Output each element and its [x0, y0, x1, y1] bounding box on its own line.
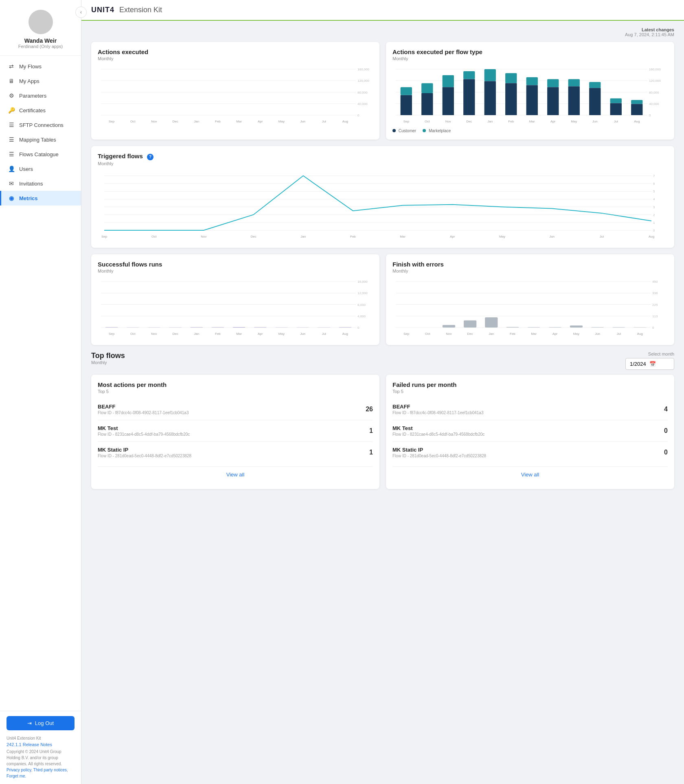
- actions-executed-title: Actions executed: [98, 48, 373, 55]
- sidebar-item-flows-catalogue[interactable]: ☰ Flows Catalogue: [0, 147, 81, 162]
- logout-button[interactable]: ⇥ Log Out: [7, 716, 75, 730]
- most-actions-view-all[interactable]: View all: [98, 466, 373, 483]
- svg-text:Nov: Nov: [151, 120, 157, 123]
- svg-text:May: May: [573, 332, 579, 336]
- sidebar-item-label: Flows Catalogue: [19, 151, 59, 157]
- marketplace-legend: Marketplace: [423, 129, 451, 133]
- svg-text:Jan: Jan: [489, 332, 494, 336]
- svg-rect-70: [610, 103, 622, 115]
- svg-text:Jan: Jan: [487, 120, 493, 123]
- failed-runs-card: Failed runs per month Top 5 BEAFF Flow I…: [386, 375, 674, 489]
- chart-row-1: Actions executed Monthly SepOctNovDecJan…: [91, 42, 674, 140]
- flow-count: 4: [664, 406, 668, 413]
- finish-with-errors-card: Finish with errors Monthly SepOctNovDecJ…: [386, 254, 674, 345]
- sidebar-collapse-button[interactable]: ‹: [75, 7, 87, 18]
- top-flows-subtitle: Monthly: [91, 360, 125, 365]
- apps-icon: 🖥: [8, 77, 15, 85]
- main-content: UNIT4 Extension Kit Latest changes Aug 7…: [81, 0, 684, 784]
- select-month-label: Select month: [648, 352, 674, 356]
- svg-text:6: 6: [653, 182, 655, 186]
- svg-text:8,000: 8,000: [357, 303, 366, 306]
- certificates-icon: 🔑: [8, 107, 15, 114]
- sidebar-item-invitations[interactable]: ✉ Invitations: [0, 176, 81, 191]
- sidebar-item-my-apps[interactable]: 🖥 My Apps: [0, 74, 81, 88]
- flow-id: Flow ID - f87dcc4c-0f08-4902-8117-1eef1c…: [392, 411, 483, 415]
- svg-text:5: 5: [653, 190, 655, 193]
- svg-text:0: 0: [357, 114, 360, 117]
- list-item: MK Static IP Flow ID - 281d0ead-5ec0-444…: [392, 442, 668, 463]
- successful-flows-title: Successful flows runs: [98, 261, 373, 268]
- svg-text:Feb: Feb: [215, 120, 221, 123]
- svg-text:80,000: 80,000: [357, 91, 368, 94]
- flow-name: MK Static IP: [98, 447, 191, 453]
- help-icon[interactable]: ?: [147, 154, 153, 160]
- sidebar-item-certificates[interactable]: 🔑 Certificates: [0, 103, 81, 118]
- triggered-flows-subtitle: Monthly: [98, 161, 668, 166]
- svg-text:Oct: Oct: [425, 120, 430, 123]
- successful-flows-svg: SepOctNovDecJanFebMarAprMayJunJulAug04,0…: [98, 278, 373, 337]
- customer-legend: Customer: [392, 129, 416, 133]
- sftp-icon: ☰: [8, 121, 15, 129]
- finish-with-errors-chart: SepOctNovDecJanFebMarAprMayJunJulAug0113…: [392, 278, 668, 338]
- app-logo: UNIT4: [91, 6, 114, 14]
- third-party-link[interactable]: Third party notices: [33, 768, 67, 772]
- svg-text:Nov: Nov: [201, 235, 206, 238]
- forget-me-link[interactable]: Forget me.: [7, 774, 26, 778]
- failed-runs-view-all[interactable]: View all: [392, 466, 668, 483]
- svg-rect-49: [463, 79, 475, 115]
- svg-text:120,000: 120,000: [357, 79, 369, 83]
- svg-text:Jan: Jan: [194, 332, 199, 336]
- svg-text:Jul: Jul: [322, 332, 326, 336]
- svg-rect-153: [464, 320, 476, 328]
- actions-per-flow-type-subtitle: Monthly: [392, 56, 668, 61]
- sidebar-item-metrics[interactable]: ◉ Metrics: [0, 191, 81, 205]
- svg-text:Apr: Apr: [258, 332, 263, 336]
- svg-text:Jan: Jan: [194, 120, 199, 123]
- svg-rect-169: [634, 327, 646, 328]
- flow-name: MK Test: [392, 425, 484, 431]
- svg-rect-72: [631, 100, 642, 104]
- svg-rect-66: [589, 82, 601, 88]
- flow-name: BEAFF: [392, 404, 483, 410]
- month-input[interactable]: 1/2024 📅: [625, 358, 674, 370]
- svg-rect-159: [527, 327, 540, 328]
- svg-text:Jun: Jun: [592, 120, 598, 123]
- svg-rect-125: [232, 327, 245, 328]
- actions-per-flow-type-title: Actions executed per flow type: [392, 48, 668, 55]
- svg-text:May: May: [278, 120, 285, 123]
- sidebar-item-label: Certificates: [19, 107, 46, 114]
- triggered-flows-svg: 01234567SepOctNovDecJanFebMarAprMayJunJu…: [98, 171, 668, 240]
- actions-executed-chart: SepOctNovDecJanFebMarAprMayJunJulAug040,…: [98, 66, 373, 126]
- sidebar-item-label: Metrics: [19, 195, 38, 201]
- flow-id: Flow ID - 281d0ead-5ec0-4448-8df2-e7cd50…: [392, 454, 486, 458]
- svg-text:4: 4: [653, 197, 655, 201]
- svg-rect-67: [589, 88, 601, 115]
- metrics-icon: ◉: [8, 194, 15, 202]
- mapping-icon: ☰: [8, 136, 15, 143]
- chart-legend: Customer Marketplace: [392, 129, 668, 133]
- svg-rect-58: [526, 85, 538, 115]
- svg-text:Apr: Apr: [258, 120, 263, 123]
- calendar-icon: 📅: [649, 361, 656, 367]
- svg-text:Aug: Aug: [342, 120, 348, 123]
- svg-text:Aug: Aug: [342, 332, 348, 336]
- svg-rect-73: [631, 104, 642, 115]
- marketplace-legend-dot: [423, 129, 426, 132]
- sidebar-item-sftp-connections[interactable]: ☰ SFTP Connections: [0, 118, 81, 132]
- most-actions-title: Most actions per month: [98, 381, 373, 388]
- sidebar-item-my-flows[interactable]: ⇄ My Flows: [0, 59, 81, 74]
- svg-rect-167: [612, 327, 625, 328]
- svg-rect-57: [526, 77, 538, 85]
- release-notes-link[interactable]: 242.1.1 Release Notes: [7, 741, 75, 748]
- sidebar-item-parameters[interactable]: ⚙ Parameters: [0, 88, 81, 103]
- svg-text:0: 0: [652, 326, 654, 330]
- privacy-policy-link[interactable]: Privacy policy: [7, 768, 31, 772]
- svg-text:Nov: Nov: [151, 332, 157, 336]
- sidebar-item-mapping-tables[interactable]: ☰ Mapping Tables: [0, 132, 81, 147]
- flow-name: BEAFF: [98, 404, 189, 410]
- catalogue-icon: ☰: [8, 151, 15, 158]
- actions-executed-subtitle: Monthly: [98, 56, 373, 61]
- sidebar-item-users[interactable]: 👤 Users: [0, 162, 81, 176]
- svg-text:Feb: Feb: [350, 235, 356, 238]
- svg-text:Mar: Mar: [531, 332, 537, 336]
